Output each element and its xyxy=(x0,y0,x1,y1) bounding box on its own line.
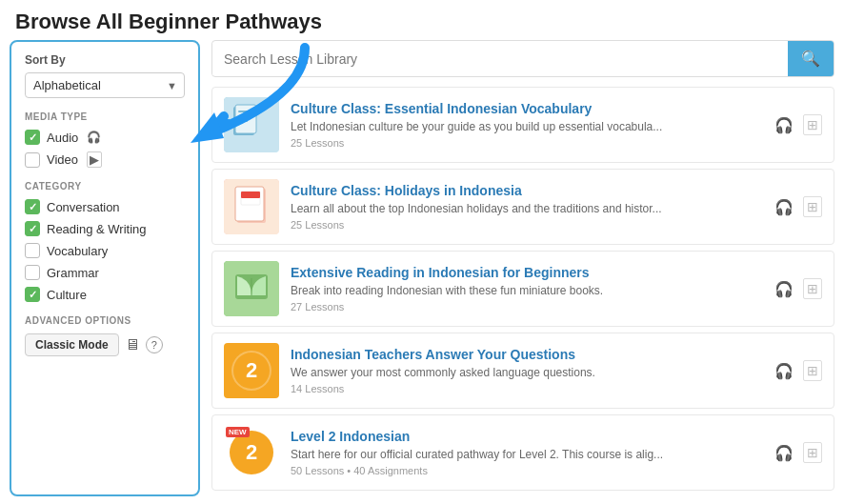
sort-by-label: Sort By xyxy=(25,53,185,67)
conversation-checkbox[interactable] xyxy=(25,199,40,214)
vocabulary-label: Vocabulary xyxy=(47,244,108,258)
classic-mode-row: Classic Mode 🖥 ? xyxy=(25,333,185,356)
audio-action-icon[interactable]: 🎧 xyxy=(771,114,797,136)
media-type-filter-group: MEDIA TYPE Audio 🎧 Video ▶ xyxy=(25,111,185,168)
svg-rect-5 xyxy=(238,120,248,122)
course-actions: 🎧 ⊞ xyxy=(771,360,822,382)
course-actions: 🎧 ⊞ xyxy=(771,278,822,300)
audio-filter-item[interactable]: Audio 🎧 xyxy=(25,130,185,145)
reading-writing-label: Reading & Writing xyxy=(47,222,147,236)
grid-action-icon[interactable]: ⊞ xyxy=(803,196,822,217)
course-description: We answer your most commonly asked langu… xyxy=(291,365,759,381)
course-meta: 25 Lessons xyxy=(291,137,759,149)
reading-writing-filter-item[interactable]: Reading & Writing xyxy=(25,221,185,236)
course-card: Culture Class: Holidays in Indonesia Lea… xyxy=(211,169,834,245)
page-container: Browse All Beginner Pathways Sort By Alp… xyxy=(0,0,844,504)
main-content: 🔍 xyxy=(211,40,834,496)
headphone-icon: 🎧 xyxy=(87,131,101,144)
svg-rect-4 xyxy=(238,115,251,117)
course-list: Culture Class: Essential Indonesian Voca… xyxy=(211,87,834,496)
course-thumbnail: 2 xyxy=(224,343,279,398)
course-info: Culture Class: Holidays in Indonesia Lea… xyxy=(291,183,759,232)
course-title[interactable]: Culture Class: Holidays in Indonesia xyxy=(291,183,759,198)
course-info: Extensive Reading in Indonesian for Begi… xyxy=(291,265,759,313)
svg-rect-2 xyxy=(235,105,256,133)
course-meta: 14 Lessons xyxy=(291,383,759,394)
course-thumbnail xyxy=(224,97,279,152)
vocabulary-filter-item[interactable]: Vocabulary xyxy=(25,243,185,258)
new-badge: NEW xyxy=(226,427,250,437)
svg-rect-10 xyxy=(241,192,260,198)
course-info: Level 2 Indonesian Start here for our of… xyxy=(291,429,759,477)
vocabulary-checkbox[interactable] xyxy=(25,243,40,258)
advanced-options-label: ADVANCED OPTIONS xyxy=(25,315,185,326)
course-card: NEW 2 Level 2 Indonesian Start here for … xyxy=(211,414,834,491)
main-layout: Sort By Alphabetical Newest Most Popular… xyxy=(0,40,844,504)
course-description: Let Indonesian culture be your guide as … xyxy=(291,119,759,135)
grid-action-icon[interactable]: ⊞ xyxy=(803,360,822,381)
audio-action-icon[interactable]: 🎧 xyxy=(771,442,797,464)
search-bar: 🔍 xyxy=(211,40,834,77)
course-thumbnail: NEW 2 xyxy=(224,425,279,480)
course-meta: 27 Lessons xyxy=(291,301,759,312)
conversation-label: Conversation xyxy=(47,200,120,214)
course-actions: 🎧 ⊞ xyxy=(771,196,822,218)
grid-action-icon[interactable]: ⊞ xyxy=(803,442,822,463)
search-input[interactable] xyxy=(212,43,788,75)
course-description: Learn all about the top Indonesian holid… xyxy=(291,201,759,217)
course-title[interactable]: Level 2 Indonesian xyxy=(291,429,759,444)
video-label: Video xyxy=(47,152,78,167)
sort-select-wrapper[interactable]: Alphabetical Newest Most Popular ▼ xyxy=(25,72,185,98)
media-type-label: MEDIA TYPE xyxy=(25,111,185,122)
audio-action-icon[interactable]: 🎧 xyxy=(771,360,797,382)
audio-checkbox[interactable] xyxy=(25,130,40,145)
search-button[interactable]: 🔍 xyxy=(788,41,834,76)
audio-label: Audio xyxy=(47,131,78,145)
culture-checkbox[interactable] xyxy=(25,287,40,302)
video-checkbox[interactable] xyxy=(25,152,40,168)
course-thumbnail xyxy=(224,261,279,316)
svg-rect-3 xyxy=(238,111,251,112)
culture-filter-item[interactable]: Culture xyxy=(25,287,185,302)
video-icon: ▶ xyxy=(87,151,102,168)
reading-writing-checkbox[interactable] xyxy=(25,221,40,236)
course-actions: 🎧 ⊞ xyxy=(771,114,822,136)
advanced-options-section: ADVANCED OPTIONS Classic Mode 🖥 ? xyxy=(25,315,185,356)
grid-action-icon[interactable]: ⊞ xyxy=(803,114,822,135)
sort-select[interactable]: Alphabetical Newest Most Popular xyxy=(25,72,185,98)
course-meta: 25 Lessons xyxy=(291,219,759,231)
course-card: Extensive Reading in Indonesian for Begi… xyxy=(211,251,834,327)
course-info: Indonesian Teachers Answer Your Question… xyxy=(291,347,759,395)
page-header: Browse All Beginner Pathways xyxy=(0,0,844,40)
audio-action-icon[interactable]: 🎧 xyxy=(771,196,797,218)
sidebar: Sort By Alphabetical Newest Most Popular… xyxy=(10,40,200,496)
course-description: Break into reading Indonesian with these… xyxy=(291,283,759,299)
course-info: Culture Class: Essential Indonesian Voca… xyxy=(291,101,759,150)
course-thumbnail xyxy=(224,179,279,234)
course-title[interactable]: Indonesian Teachers Answer Your Question… xyxy=(291,347,759,362)
conversation-filter-item[interactable]: Conversation xyxy=(25,199,185,214)
course-card: 2 Indonesian Teachers Answer Your Questi… xyxy=(211,333,834,409)
grammar-checkbox[interactable] xyxy=(25,265,40,280)
grammar-filter-item[interactable]: Grammar xyxy=(25,265,185,280)
grammar-label: Grammar xyxy=(47,266,99,280)
page-title: Browse All Beginner Pathways xyxy=(15,10,829,34)
course-actions: 🎧 ⊞ xyxy=(771,442,822,464)
course-title[interactable]: Culture Class: Essential Indonesian Voca… xyxy=(291,101,759,116)
course-card: Culture Class: Essential Indonesian Voca… xyxy=(211,87,834,163)
category-filter-group: CATEGORY Conversation Reading & Writing … xyxy=(25,181,185,302)
audio-action-icon[interactable]: 🎧 xyxy=(771,278,797,300)
course-title[interactable]: Extensive Reading in Indonesian for Begi… xyxy=(291,265,759,280)
culture-label: Culture xyxy=(47,288,87,302)
help-icon[interactable]: ? xyxy=(146,336,163,353)
monitor-icon: 🖥 xyxy=(125,336,140,353)
video-filter-item[interactable]: Video ▶ xyxy=(25,151,185,168)
course-number-badge: 2 xyxy=(231,351,271,391)
course-meta: 50 Lessons • 40 Assignments xyxy=(291,465,759,476)
course-description: Start here for our official curated path… xyxy=(291,447,759,463)
category-label: CATEGORY xyxy=(25,181,185,192)
classic-mode-button[interactable]: Classic Mode xyxy=(25,333,119,356)
grid-action-icon[interactable]: ⊞ xyxy=(803,278,822,299)
